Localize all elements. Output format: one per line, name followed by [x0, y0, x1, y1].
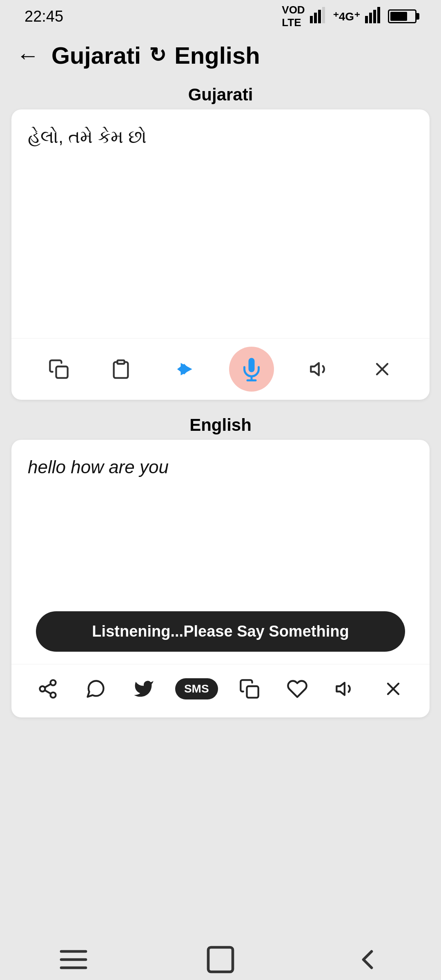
translated-text: hello how are you: [11, 440, 430, 611]
mic-button[interactable]: [229, 347, 274, 392]
signal2-icon: [365, 7, 383, 26]
battery-icon: [388, 9, 416, 23]
tts-button[interactable]: [329, 673, 362, 705]
svg-line-22: [45, 684, 51, 688]
source-card: હેલો, તમે કેમ છો: [11, 109, 430, 400]
bottom-action-bar: SMS: [11, 664, 430, 717]
svg-marker-12: [180, 363, 192, 375]
back-button[interactable]: ←: [16, 42, 39, 69]
nav-title: Gujarati ↻ English: [51, 42, 260, 69]
svg-rect-30: [208, 947, 233, 972]
svg-rect-1: [314, 13, 317, 23]
svg-rect-2: [318, 10, 321, 23]
twitter-button[interactable]: [127, 673, 160, 705]
translate-button[interactable]: [167, 353, 200, 385]
volte-icon: VODLTE: [282, 4, 305, 29]
svg-rect-4: [365, 16, 368, 23]
svg-rect-3: [322, 7, 325, 23]
copy-translated-button[interactable]: [233, 673, 266, 705]
source-close-button[interactable]: [366, 353, 399, 385]
svg-line-21: [45, 690, 51, 694]
swap-icon[interactable]: ↻: [149, 43, 166, 67]
top-nav: ← Gujarati ↻ English: [0, 33, 441, 78]
source-text[interactable]: હેલો, તમે કેમ છો: [11, 109, 430, 338]
svg-marker-24: [336, 683, 345, 695]
share-button[interactable]: [31, 673, 64, 705]
svg-marker-15: [311, 363, 319, 375]
svg-rect-7: [377, 7, 380, 23]
signal-icon: [310, 7, 328, 26]
svg-rect-23: [247, 686, 258, 698]
target-section-label: English: [0, 408, 441, 440]
target-lang-label[interactable]: English: [174, 42, 260, 69]
source-toolbar: [11, 338, 430, 400]
listening-banner: Listnening...Please Say Something: [36, 611, 405, 652]
whatsapp-button[interactable]: [79, 673, 112, 705]
status-icons: VODLTE ⁺4G⁺: [282, 4, 416, 29]
status-time: 22:45: [24, 8, 63, 25]
volume-button[interactable]: [303, 353, 336, 385]
sms-button[interactable]: SMS: [175, 678, 218, 699]
svg-rect-8: [56, 367, 68, 378]
system-nav: [0, 939, 441, 980]
svg-rect-9: [118, 360, 125, 364]
clipboard-button[interactable]: [105, 353, 137, 385]
svg-rect-6: [373, 10, 376, 23]
copy-button[interactable]: [42, 353, 75, 385]
svg-rect-0: [310, 16, 313, 23]
home-nav-button[interactable]: [204, 943, 237, 976]
sms-label: SMS: [184, 682, 209, 695]
close-translation-button[interactable]: [377, 673, 410, 705]
svg-rect-5: [369, 13, 372, 23]
back-nav-button[interactable]: [351, 943, 384, 976]
menu-nav-button[interactable]: [57, 943, 90, 976]
translation-card: hello how are you Listnening...Please Sa…: [11, 440, 430, 717]
source-lang-label[interactable]: Gujarati: [51, 42, 141, 69]
status-bar: 22:45 VODLTE ⁺4G⁺: [0, 0, 441, 33]
network-type: ⁺4G⁺: [333, 10, 360, 23]
favorite-button[interactable]: [281, 673, 314, 705]
source-section-label: Gujarati: [0, 78, 441, 109]
